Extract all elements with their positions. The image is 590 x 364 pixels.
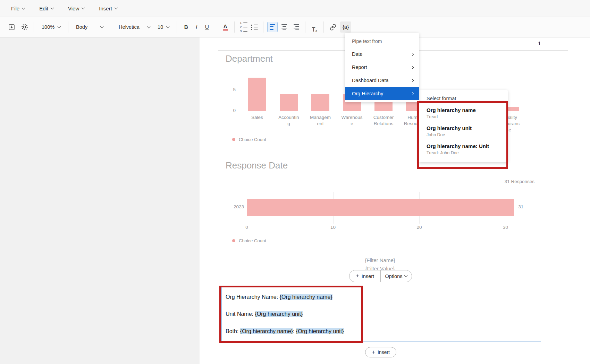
- format-menu-item-example: Tread: John Doe: [427, 150, 500, 155]
- piped-text-token[interactable]: {Org hierarchy unit}: [296, 328, 344, 334]
- hbar-value-label: 31: [518, 204, 523, 209]
- piped-text-line[interactable]: Both: {Org hierarchy name}: {Org hierarc…: [226, 328, 344, 335]
- italic-button[interactable]: I: [191, 21, 202, 33]
- legend-dot-icon: [232, 239, 235, 242]
- insert-button-bottom[interactable]: + Insert: [365, 347, 396, 357]
- numbered-list-icon: 1 2 3: [240, 21, 247, 33]
- piped-text-static: Both:: [226, 328, 240, 334]
- piped-text-token[interactable]: {Org hierarchy name}: [240, 328, 293, 334]
- toolbar-separator: [34, 21, 34, 33]
- font-size-dropdown[interactable]: 10: [154, 21, 173, 33]
- response-date-legend: Choice Count: [232, 238, 266, 243]
- piped-text-static: :: [293, 328, 296, 334]
- pipe-menu-item-label: Report: [352, 64, 367, 70]
- menubar-item-insert[interactable]: Insert: [99, 6, 117, 11]
- dept-category-label: Accountin g: [271, 114, 307, 127]
- piped-text-token[interactable]: {Org hierarchy name}: [280, 294, 332, 300]
- zoom-dropdown[interactable]: 100%: [38, 21, 64, 33]
- numbered-list-button[interactable]: 1 2 3: [238, 21, 249, 33]
- pipe-menu-item-label: Date: [352, 51, 363, 57]
- pipe-menu-item-org-hierarchy[interactable]: Org Hierarchy: [345, 87, 419, 100]
- text-color-swatch: [223, 29, 228, 31]
- piped-text-token[interactable]: {Org hierarchy unit}: [255, 311, 303, 317]
- dept-bar-accounting: [280, 94, 298, 111]
- align-right-button[interactable]: [291, 22, 301, 32]
- chevron-right-icon: [411, 92, 414, 95]
- chevron-down-icon: [100, 25, 104, 28]
- insert-label: Insert: [362, 274, 374, 279]
- toolbar-separator: [68, 21, 68, 33]
- menubar-item-label: Edit: [39, 6, 48, 11]
- format-menu-item[interactable]: Org hierarchy name: UnitTread: John Doe: [419, 140, 508, 158]
- plus-icon: +: [356, 273, 359, 279]
- chevron-down-icon: [404, 274, 408, 277]
- gear-icon: [21, 23, 28, 31]
- clear-formatting-button[interactable]: Tx: [309, 21, 320, 33]
- piped-text-line[interactable]: Unit Name: {Org hierarchy unit}: [226, 311, 303, 317]
- align-left-icon: [270, 24, 275, 25]
- dept-category-label: Warehous e: [334, 114, 370, 127]
- plus-icon: +: [372, 349, 375, 355]
- pipe-menu-item-date[interactable]: Date: [345, 47, 419, 61]
- format-menu-item-title: Org hierarchy name: Unit: [427, 143, 500, 149]
- text-color-button[interactable]: A: [220, 21, 230, 33]
- dept-y-tick: 0: [224, 108, 236, 113]
- underline-button[interactable]: U: [202, 21, 212, 33]
- align-center-icon: [281, 24, 287, 25]
- menubar-item-file[interactable]: File: [11, 6, 25, 11]
- font-dropdown[interactable]: Helvetica: [115, 21, 154, 33]
- align-left-button[interactable]: [267, 22, 278, 32]
- settings-button[interactable]: [19, 21, 30, 33]
- department-chart-title: Department: [226, 53, 273, 64]
- menubar: FileEditViewInsert: [0, 0, 590, 17]
- menubar-item-view[interactable]: View: [68, 6, 84, 11]
- responses-count: 31 Responses: [442, 179, 534, 184]
- menubar-items: FileEditViewInsert: [11, 6, 117, 11]
- options-button[interactable]: Options: [381, 270, 412, 282]
- menubar-item-label: View: [68, 6, 79, 11]
- chevron-down-icon: [114, 6, 118, 9]
- export-icon: [8, 24, 15, 31]
- format-menu-item[interactable]: Org hierarchy nameTread: [419, 104, 508, 122]
- select-format-menu: Select format Org hierarchy nameTreadOrg…: [419, 90, 508, 162]
- bulleted-list-button[interactable]: [249, 21, 259, 33]
- format-menu-items: Org hierarchy nameTreadOrg hierarchy uni…: [419, 104, 508, 158]
- options-label: Options: [385, 274, 403, 279]
- toolbar-separator: [305, 21, 305, 33]
- piped-text-line[interactable]: Org Hierarchy Name: {Org hierarchy name}: [226, 294, 332, 300]
- menubar-item-label: File: [11, 6, 19, 11]
- chevron-down-icon: [58, 25, 61, 28]
- bold-button[interactable]: B: [181, 21, 191, 33]
- format-menu-item-example: John Doe: [427, 132, 500, 137]
- pipe-menu-item-dashboard-data[interactable]: Dashboard Data: [345, 74, 419, 87]
- menubar-item-edit[interactable]: Edit: [39, 6, 53, 11]
- chevron-down-icon: [51, 6, 54, 9]
- font-value: Helvetica: [119, 24, 140, 30]
- pipe-menu-item-label: Dashboard Data: [352, 78, 389, 83]
- response-date-chart-title: Response Date: [226, 160, 288, 171]
- pipe-menu-items: DateReportDashboard DataOrg Hierarchy: [345, 47, 419, 100]
- export-button[interactable]: [6, 21, 17, 33]
- paragraph-style-dropdown[interactable]: Body: [72, 21, 107, 33]
- dept-bar-sales: [248, 78, 266, 111]
- hbar-x-tick: 30: [497, 225, 514, 230]
- filter-name-placeholder: {Filter Name}: [328, 257, 432, 263]
- piped-text-static: Unit Name:: [226, 311, 255, 317]
- toolbar-separator: [216, 21, 216, 33]
- chevron-right-icon: [411, 79, 414, 82]
- page-number: 1: [538, 40, 541, 46]
- font-size-value: 10: [158, 24, 163, 30]
- align-center-button[interactable]: [279, 22, 289, 32]
- insert-label: Insert: [378, 349, 390, 355]
- format-menu-item-title: Org hierarchy name: [427, 107, 500, 113]
- insert-button[interactable]: + Insert: [349, 270, 380, 282]
- pipe-menu-item-report[interactable]: Report: [345, 61, 419, 74]
- chevron-down-icon: [166, 25, 170, 28]
- report-editor-app: FileEditViewInsert 100% Body Helvetica: [0, 0, 590, 364]
- toolbar-separator: [234, 21, 235, 33]
- format-menu-item-example: Tread: [427, 114, 500, 119]
- format-menu-item[interactable]: Org hierarchy unitJohn Doe: [419, 122, 508, 140]
- link-button[interactable]: [328, 21, 338, 33]
- piped-text-button[interactable]: {a}: [340, 21, 351, 33]
- toolbar-separator: [263, 21, 263, 33]
